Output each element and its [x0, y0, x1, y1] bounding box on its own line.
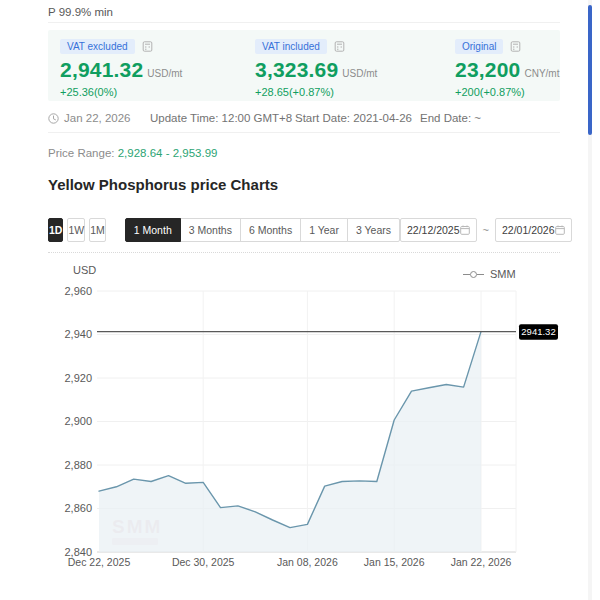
date-from-value: 22/12/2025: [407, 224, 460, 236]
tab-3-years[interactable]: 3 Years: [347, 218, 400, 242]
date-range-separator: ~: [483, 224, 489, 236]
start-date: Start Date: 2021-04-26: [295, 112, 412, 124]
vat-excluded-badge: VAT excluded: [60, 39, 135, 54]
svg-text:2,900: 2,900: [64, 415, 92, 427]
update-time: Update Time: 12:00 GMT+8: [150, 112, 292, 124]
date-from-input[interactable]: 22/12/2025: [400, 218, 477, 242]
scrollbar-thumb[interactable]: [588, 5, 592, 135]
price-range: Price Range: 2,928.64 - 2,953.99: [48, 147, 217, 159]
tab-1-year[interactable]: 1 Year: [300, 218, 348, 242]
svg-text:2,920: 2,920: [64, 372, 92, 384]
price-unit: USD/mt: [147, 68, 182, 79]
price-chart[interactable]: USD SMM 2,8402,8602,8802,9002,9202,9402,…: [0, 255, 600, 585]
chart-controls: 1D 1W 1M 1 Month 3 Months 6 Months 1 Yea…: [48, 218, 560, 242]
range-button-1w[interactable]: 1W: [67, 218, 85, 242]
product-spec: P 99.9% min: [48, 6, 113, 18]
divider: [48, 22, 560, 23]
calculator-icon[interactable]: [334, 41, 345, 52]
price-value: 23,200: [455, 58, 520, 81]
tab-3-months[interactable]: 3 Months: [180, 218, 241, 242]
chart-section-title: Yellow Phosphorus price Charts: [48, 176, 278, 193]
range-button-1d[interactable]: 1D: [48, 218, 63, 242]
svg-text:Jan 08, 2026: Jan 08, 2026: [277, 556, 338, 568]
tab-1-month[interactable]: 1 Month: [125, 218, 181, 242]
original-badge: Original: [455, 39, 503, 54]
svg-text:2,860: 2,860: [64, 502, 92, 514]
date-to-value: 22/01/2026: [502, 224, 555, 236]
date-to-input[interactable]: 22/01/2026: [495, 218, 572, 242]
svg-text:Jan 15, 2026: Jan 15, 2026: [364, 556, 425, 568]
price-card-vat-excluded: VAT excluded 2,941.32USD/mt +25.36(0%): [60, 39, 182, 98]
period-tab-group: 1 Month 3 Months 6 Months 1 Year 3 Years: [125, 218, 400, 242]
page: P 99.9% min VAT excluded 2,941.32USD/mt …: [0, 0, 600, 600]
quote-date: Jan 22, 2026: [64, 112, 131, 124]
price-change: +25.36(0%): [60, 86, 182, 98]
svg-text:2,960: 2,960: [64, 285, 92, 297]
price-value: 2,941.32: [60, 58, 143, 81]
chart-canvas[interactable]: 2,8402,8602,8802,9002,9202,9402,960SMM29…: [0, 255, 600, 585]
meta-row: Jan 22, 2026 Update Time: 12:00 GMT+8 St…: [48, 110, 560, 130]
clock-icon: [48, 113, 59, 124]
price-unit: CNY/mt: [524, 68, 559, 79]
price-card-vat-included: VAT included 3,323.69USD/mt +28.65(+0.87…: [255, 39, 377, 98]
svg-text:2941.32: 2941.32: [521, 326, 555, 337]
calendar-icon: [460, 225, 470, 235]
calculator-icon[interactable]: [142, 41, 153, 52]
svg-text:2,940: 2,940: [64, 328, 92, 340]
range-button-1m[interactable]: 1M: [89, 218, 106, 242]
price-change: +200(+0.87%): [455, 86, 559, 98]
calendar-icon: [555, 225, 565, 235]
svg-text:Dec 30, 2025: Dec 30, 2025: [172, 556, 235, 568]
price-summary-card: VAT excluded 2,941.32USD/mt +25.36(0%) V…: [48, 30, 560, 101]
dotted-divider: [48, 252, 560, 253]
price-unit: USD/mt: [342, 68, 377, 79]
calculator-icon[interactable]: [510, 41, 521, 52]
price-range-label: Price Range:: [48, 147, 114, 159]
svg-text:Jan 22, 2026: Jan 22, 2026: [451, 556, 512, 568]
svg-text:2,880: 2,880: [64, 459, 92, 471]
price-range-value: 2,928.64 - 2,953.99: [118, 147, 218, 159]
end-date: End Date: ~: [420, 112, 481, 124]
price-value: 3,323.69: [255, 58, 338, 81]
tab-6-months[interactable]: 6 Months: [240, 218, 301, 242]
divider: [48, 132, 560, 133]
price-change: +28.65(+0.87%): [255, 86, 377, 98]
price-card-original: Original 23,200CNY/mt +200(+0.87%): [455, 39, 559, 98]
svg-text:Dec 22, 2025: Dec 22, 2025: [68, 556, 131, 568]
vat-included-badge: VAT included: [255, 39, 327, 54]
